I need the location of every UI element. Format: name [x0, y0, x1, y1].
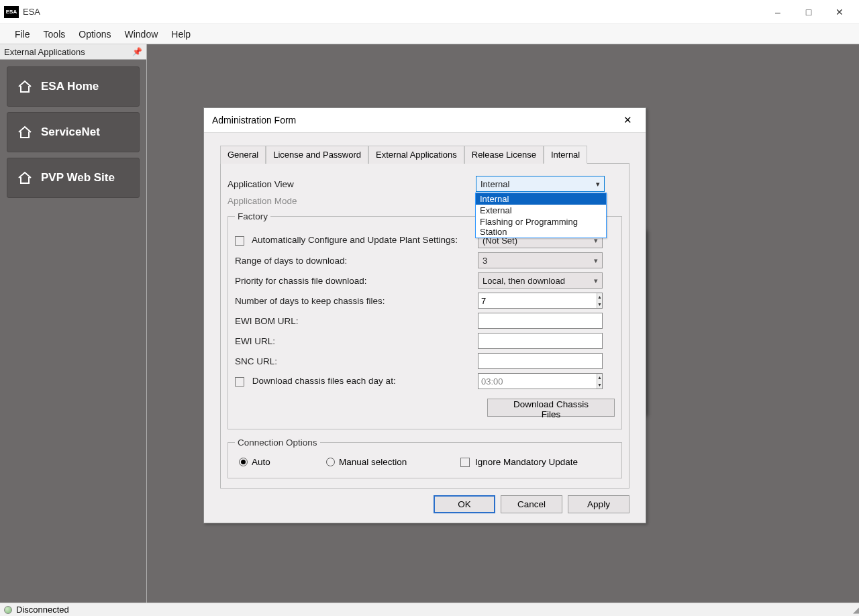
connection-options-legend: Connection Options: [235, 438, 320, 448]
ok-button[interactable]: OK: [434, 495, 495, 513]
priority-label: Priority for chassis file download:: [235, 276, 478, 286]
resize-grip-icon[interactable]: ◢: [853, 605, 858, 615]
spin-up-icon[interactable]: ▲: [597, 293, 602, 301]
panel-title: External Applications: [4, 47, 85, 57]
factory-fieldset: Factory Automatically Configure and Upda…: [228, 211, 622, 429]
home-icon: [17, 170, 33, 185]
tab-release[interactable]: Release License: [464, 146, 544, 164]
application-view-value: Internal: [481, 179, 509, 189]
keep-days-spinner[interactable]: ▲▼: [478, 293, 603, 309]
dialog-close-button[interactable]: ✕: [617, 110, 638, 130]
statusbar: Disconnected ◢: [0, 603, 859, 616]
auto-configure-label: Automatically Configure and Update Plant…: [235, 235, 478, 245]
administration-form-dialog: Administration Form ✕ General License an…: [203, 107, 646, 523]
tab-external[interactable]: External Applications: [368, 146, 464, 164]
mdi-area: yst Administration Form ✕ General Licens…: [147, 44, 859, 603]
spin-down-icon[interactable]: ▼: [597, 381, 602, 389]
download-each-checkbox[interactable]: [235, 377, 244, 387]
panel-header: External Applications 📌: [0, 44, 146, 60]
auto-radio-label: Auto: [252, 457, 270, 467]
priority-select[interactable]: Local, then download ▾: [478, 272, 603, 289]
range-days-select[interactable]: 3 ▾: [478, 252, 603, 268]
application-view-dropdown-list: Internal External Flashing or Programmin…: [475, 193, 607, 238]
application-view-label: Application View: [228, 179, 476, 189]
spin-down-icon[interactable]: ▼: [597, 301, 602, 308]
dropdown-option-flashing[interactable]: Flashing or Programming Station: [476, 216, 606, 238]
sidebar-item-label: ESA Home: [41, 80, 99, 93]
cancel-button[interactable]: Cancel: [501, 495, 562, 513]
menubar: File Tools Options Window Help: [0, 24, 859, 44]
range-days-value: 3: [483, 256, 487, 266]
app-logo-icon: ESA: [4, 6, 19, 18]
factory-legend: Factory: [235, 211, 270, 221]
chevron-down-icon: ▾: [594, 256, 598, 265]
spin-up-icon[interactable]: ▲: [597, 374, 602, 381]
sidebar-item-esa-home[interactable]: ESA Home: [7, 66, 140, 107]
download-time-input[interactable]: [478, 376, 597, 387]
auto-radio[interactable]: [239, 458, 248, 466]
download-chassis-files-button[interactable]: Download Chassis Files: [487, 399, 615, 417]
tab-license[interactable]: License and Password: [266, 146, 368, 164]
ewi-url-label: EWI URL:: [235, 336, 478, 346]
ignore-update-label: Ignore Mandatory Update: [475, 457, 578, 467]
menu-help[interactable]: Help: [164, 24, 197, 44]
sidebar-item-label: PVP Web Site: [41, 171, 115, 185]
manual-radio-label: Manual selection: [339, 457, 407, 467]
download-time-spinner[interactable]: ▲▼: [478, 373, 603, 389]
priority-value: Local, then download: [483, 276, 565, 286]
chevron-down-icon: ▾: [594, 276, 598, 285]
ewi-bom-input[interactable]: [478, 313, 603, 329]
tab-strip: General License and Password External Ap…: [220, 145, 629, 164]
snc-url-label: SNC URL:: [235, 356, 478, 366]
ignore-update-checkbox[interactable]: [460, 458, 470, 467]
chevron-down-icon: ▾: [596, 180, 600, 189]
tab-content-internal: Application View Internal ▾ Internal Ext…: [220, 164, 629, 489]
tab-internal[interactable]: Internal: [544, 146, 587, 164]
status-text: Disconnected: [16, 605, 69, 615]
manual-radio[interactable]: [326, 458, 335, 466]
connection-options-fieldset: Connection Options Auto Manual selection: [228, 438, 622, 478]
download-each-label: Download chassis files each day at:: [235, 376, 478, 386]
dialog-titlebar: Administration Form ✕: [204, 108, 646, 133]
ewi-url-input[interactable]: [478, 333, 603, 349]
app-title: ESA: [23, 7, 40, 17]
snc-url-input[interactable]: [478, 353, 603, 369]
keep-days-input[interactable]: [478, 296, 597, 306]
application-view-dropdown[interactable]: Internal ▾ Internal External Flashing or…: [476, 176, 605, 192]
ewi-bom-label: EWI BOM URL:: [235, 316, 478, 326]
sidebar-item-pvp-web-site[interactable]: PVP Web Site: [7, 158, 140, 198]
auto-configure-text: Automatically Configure and Update Plant…: [252, 235, 458, 245]
menu-window[interactable]: Window: [118, 24, 165, 44]
home-icon: [17, 79, 33, 94]
home-icon: [17, 125, 33, 140]
tab-general[interactable]: General: [220, 146, 266, 164]
pin-icon[interactable]: 📌: [132, 47, 142, 56]
dropdown-option-internal[interactable]: Internal: [476, 193, 606, 205]
menu-file[interactable]: File: [8, 24, 37, 44]
menu-options[interactable]: Options: [72, 24, 117, 44]
minimize-button[interactable]: –: [762, 1, 793, 23]
application-mode-label: Application Mode: [228, 196, 476, 206]
range-days-label: Range of days to download:: [235, 256, 478, 266]
auto-configure-checkbox[interactable]: [235, 236, 244, 246]
titlebar: ESA ESA – □ ✕: [0, 0, 859, 24]
maximize-button[interactable]: □: [793, 1, 824, 23]
keep-days-label: Number of days to keep chassis files:: [235, 296, 478, 306]
sidebar-item-servicenet[interactable]: ServiceNet: [7, 112, 140, 152]
close-button[interactable]: ✕: [824, 1, 855, 23]
dropdown-option-external[interactable]: External: [476, 205, 606, 216]
status-indicator-icon: [4, 606, 12, 614]
menu-tools[interactable]: Tools: [37, 24, 72, 44]
sidebar-panel: External Applications 📌 ESA Home Service…: [0, 44, 147, 603]
apply-button[interactable]: Apply: [568, 495, 629, 513]
sidebar-item-label: ServiceNet: [41, 125, 100, 139]
dialog-title: Administration Form: [212, 115, 296, 125]
download-each-text: Download chassis files each day at:: [252, 376, 396, 386]
